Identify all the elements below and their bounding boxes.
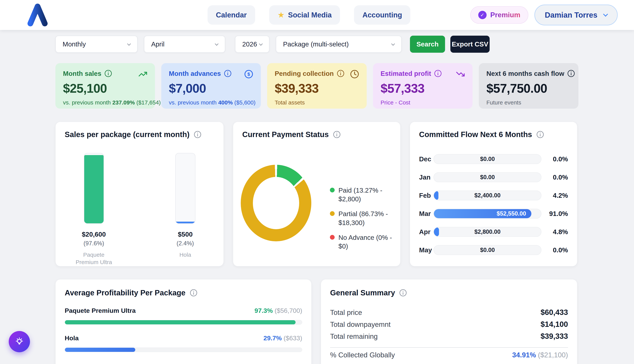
info-icon[interactable] <box>399 289 407 297</box>
kpi-estimated-profit: Estimated profit $57,333 Price - Cost <box>373 63 472 109</box>
flow-rows: Dec $0.00 0.0% Jan $0.00 0.0% Feb <box>419 150 568 259</box>
chevron-down-icon <box>127 42 131 46</box>
kpi-title: Month sales <box>63 70 101 77</box>
year-select[interactable]: 2026 <box>235 36 269 53</box>
flow-value: $0.00 <box>434 246 541 254</box>
chevron-down-icon <box>259 42 263 46</box>
flow-month: Dec <box>419 155 433 163</box>
kpi-subtitle: Price - Cost <box>381 99 465 106</box>
kpi-title: Next 6 months cash flow <box>486 70 564 77</box>
legend-label: Partial (86.73% - $18,300) <box>338 210 393 227</box>
kpi-title-row: Pending collection <box>275 70 359 77</box>
panel-title-row: Current Payment Status <box>242 130 391 139</box>
kpi-title-row: Estimated profit <box>381 70 465 77</box>
kpi-month-sales: Month sales $25,100 vs. previous month 2… <box>55 63 155 109</box>
info-icon[interactable] <box>434 70 442 77</box>
flow-track: $0.00 <box>433 245 541 255</box>
app-logo[interactable] <box>27 3 48 28</box>
tab-accounting[interactable]: Accounting <box>354 5 410 25</box>
flow-percent: 4.8% <box>548 228 568 236</box>
chevron-down-icon <box>391 42 395 46</box>
info-icon[interactable] <box>224 70 232 77</box>
star-icon: ★ <box>278 11 285 19</box>
kpi-title-row: Month advances <box>169 70 253 77</box>
tab-social-media[interactable]: ★ Social Media <box>269 5 340 25</box>
donut-hole <box>253 177 299 229</box>
flow-value: $0.00 <box>434 173 541 182</box>
package-percent: 97.3% <box>255 307 273 314</box>
tab-calendar[interactable]: Calendar <box>208 5 255 25</box>
profitability-row-header: Paquete Premium Ultra 97.3% ($56,700) <box>65 307 302 314</box>
package-name: Hola <box>65 334 79 342</box>
bar-chart: $20,600 (97.6%) Paquete Premium Ultra $5… <box>56 153 224 266</box>
flow-row-apr: Apr $2,800.00 4.8% <box>419 223 568 241</box>
bar-fill <box>84 155 104 223</box>
info-icon[interactable] <box>536 130 544 138</box>
package-multiselect[interactable]: Package (multi-select) <box>276 36 402 53</box>
package-name: Paquete Premium Ultra <box>65 307 136 314</box>
committed-flow-panel: Committed Flow Next 6 Months Dec $0.00 0… <box>410 122 577 266</box>
panel-title: General Summary <box>330 288 395 297</box>
bar-category: Paquete Premium Ultra <box>74 251 114 266</box>
panel-title-row: General Summary <box>330 288 568 297</box>
package-amount: ($633) <box>282 334 302 342</box>
top-navigation-bar: Calendar ★ Social Media Accounting ✓ Pre… <box>0 0 634 30</box>
general-summary-panel: General Summary Total price $60,433 Tota… <box>321 279 577 364</box>
donut-legend: Paid (13.27% - $2,800) Partial (86.73% -… <box>330 186 393 251</box>
frequency-select[interactable]: Monthly <box>55 36 138 53</box>
search-button[interactable]: Search <box>410 36 445 53</box>
frequency-value: Monthly <box>63 40 86 48</box>
info-icon[interactable] <box>337 70 344 77</box>
trending-down-icon <box>456 70 465 79</box>
flow-value: $52,550.00 <box>497 210 531 217</box>
profitability-row-header: Hola 29.7% ($633) <box>65 334 302 342</box>
kpi-subtitle: Future events <box>486 99 571 106</box>
package-placeholder: Package (multi-select) <box>283 40 349 48</box>
export-csv-button[interactable]: Export CSV <box>450 36 490 53</box>
kpi-subtitle: vs. previous month 237.09% ($17,654) <box>63 99 147 106</box>
user-name: Damian Torres <box>545 11 597 19</box>
info-icon[interactable] <box>194 130 202 138</box>
summary-row: Total downpayemnt $14,100 <box>330 320 568 328</box>
flow-percent: 0.0% <box>548 155 568 163</box>
kpi-cards: Month sales $25,100 vs. previous month 2… <box>55 63 578 109</box>
flow-month: Mar <box>419 210 433 218</box>
bar-column: $20,600 (97.6%) Paquete Premium Ultra <box>71 153 117 266</box>
package-values: 97.3% ($56,700) <box>255 307 302 314</box>
bar-track <box>84 153 104 224</box>
flow-track: $2,400.00 <box>433 190 541 200</box>
flow-percent: 4.2% <box>548 192 568 199</box>
nav-tabs: Calendar ★ Social Media Accounting <box>208 5 410 25</box>
kpi-title: Month advances <box>169 70 221 77</box>
chevron-down-icon <box>603 12 608 16</box>
month-value: April <box>151 40 165 48</box>
legend-item-no-advance: No Advance (0% - $0) <box>330 233 393 251</box>
panel-title-row: Committed Flow Next 6 Months <box>419 130 568 139</box>
flow-value: $0.00 <box>434 154 541 164</box>
info-icon[interactable] <box>190 289 198 297</box>
flow-row-mar: Mar $52,550.00 91.0% <box>419 204 568 223</box>
flow-percent: 0.0% <box>548 174 568 181</box>
package-values: 29.7% ($633) <box>264 334 302 342</box>
summary-divider <box>330 347 568 348</box>
lambda-logo-icon <box>27 3 48 27</box>
kpi-pending-collection: Pending collection $39,333 Total assets <box>267 63 367 109</box>
premium-badge[interactable]: ✓ Premium <box>470 6 528 24</box>
info-icon[interactable] <box>104 70 112 77</box>
info-icon[interactable] <box>567 70 575 77</box>
flow-track: $2,800.00 <box>433 227 541 237</box>
month-select[interactable]: April <box>144 36 225 53</box>
collected-amount: ($21,100) <box>536 351 568 359</box>
kpi-month-advances: Month advances $ $7,000 vs. previous mon… <box>161 63 261 109</box>
collected-label: % Collected Globally <box>330 351 395 359</box>
bar-percent: (97.6%) <box>84 240 104 247</box>
info-icon[interactable] <box>333 130 341 138</box>
user-menu[interactable]: Damian Torres <box>534 4 618 26</box>
collected-percent: 34.91% <box>512 351 536 359</box>
lightbulb-icon <box>14 336 25 347</box>
tips-fab-button[interactable] <box>9 331 30 352</box>
panel-title: Sales per package (current month) <box>65 130 190 139</box>
flow-row-feb: Feb $2,400.00 4.2% <box>419 186 568 204</box>
flow-month: May <box>419 246 433 254</box>
tab-label: Social Media <box>288 11 332 19</box>
